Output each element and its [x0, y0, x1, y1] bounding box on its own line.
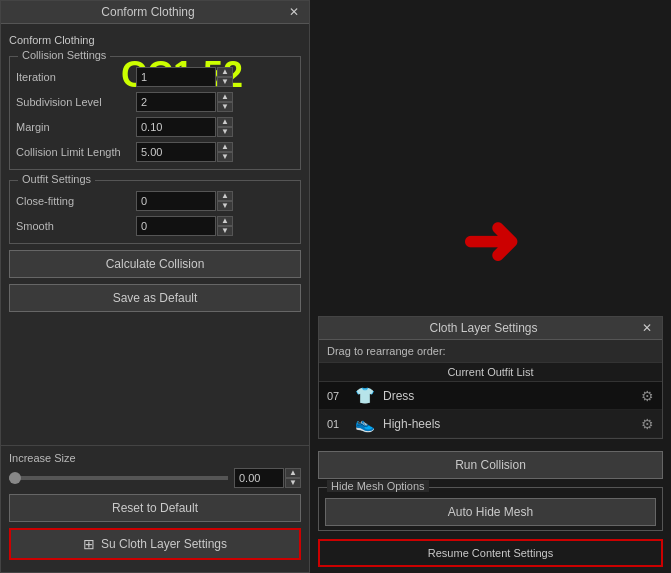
iteration-spinner: ▲ ▼ [217, 67, 233, 87]
close-fitting-label: Close-fitting [16, 195, 136, 207]
margin-row: Margin ▲ ▼ [16, 115, 294, 137]
close-fitting-down[interactable]: ▼ [217, 201, 233, 211]
margin-label: Margin [16, 121, 136, 133]
calculate-collision-button[interactable]: Calculate Collision [9, 250, 301, 278]
iteration-down[interactable]: ▼ [217, 77, 233, 87]
cloth-layer-panel-title: Cloth Layer Settings [327, 321, 640, 335]
subdivision-input-group: ▲ ▼ [136, 92, 294, 112]
outfit-name-dress: Dress [383, 389, 635, 403]
hide-mesh-section: Hide Mesh Options Auto Hide Mesh [318, 487, 663, 531]
big-arrow-icon: ➜ [461, 200, 520, 282]
iteration-input[interactable] [136, 67, 216, 87]
left-panel-title: Conform Clothing [9, 5, 287, 19]
run-collision-button[interactable]: Run Collision [318, 451, 663, 479]
outfit-settings-section: Outfit Settings Close-fitting ▲ ▼ Smooth… [9, 180, 301, 244]
cloth-layer-panel: Cloth Layer Settings ✕ Drag to rearrange… [318, 316, 663, 439]
collision-limit-input-group: ▲ ▼ [136, 142, 294, 162]
slider-spinner: ▲ ▼ [285, 468, 301, 488]
outfit-icon-dress: 👕 [353, 386, 377, 405]
collision-limit-spinner: ▲ ▼ [217, 142, 233, 162]
margin-input[interactable] [136, 117, 216, 137]
margin-down[interactable]: ▼ [217, 127, 233, 137]
outfit-row-heels[interactable]: 01 👟 High-heels ⚙ [319, 410, 662, 438]
iteration-label: Iteration [16, 71, 136, 83]
subdivision-row: Subdivision Level ▲ ▼ [16, 90, 294, 112]
save-as-default-button[interactable]: Save as Default [9, 284, 301, 312]
smooth-row: Smooth ▲ ▼ [16, 214, 294, 236]
slider-value-input[interactable] [234, 468, 284, 488]
iteration-input-group: ▲ ▼ [136, 67, 294, 87]
close-fitting-spinner: ▲ ▼ [217, 191, 233, 211]
subdivision-down[interactable]: ▼ [217, 102, 233, 112]
outfit-icon-heels: 👟 [353, 414, 377, 433]
outfit-num-heels: 01 [327, 418, 347, 430]
subdivision-up[interactable]: ▲ [217, 92, 233, 102]
smooth-input[interactable] [136, 216, 216, 236]
cloth-layer-settings-label: Su Cloth Layer Settings [101, 537, 227, 551]
reset-to-default-button[interactable]: Reset to Default [9, 494, 301, 522]
iteration-row: Iteration ▲ ▼ [16, 65, 294, 87]
cloth-layer-title-bar: Cloth Layer Settings ✕ [319, 317, 662, 340]
margin-input-group: ▲ ▼ [136, 117, 294, 137]
subdivision-spinner: ▲ ▼ [217, 92, 233, 112]
slider-up[interactable]: ▲ [285, 468, 301, 478]
right-bottom-btns: Resume Content Settings [310, 535, 671, 573]
margin-up[interactable]: ▲ [217, 117, 233, 127]
cloth-layer-settings-button[interactable]: ⊞ Su Cloth Layer Settings [9, 528, 301, 560]
collision-settings-section: Collision Settings Iteration ▲ ▼ Subdivi… [9, 56, 301, 170]
collision-limit-up[interactable]: ▲ [217, 142, 233, 152]
cloth-layer-icon: ⊞ [83, 536, 95, 552]
auto-hide-mesh-button[interactable]: Auto Hide Mesh [325, 498, 656, 526]
cloth-layer-close-button[interactable]: ✕ [640, 321, 654, 335]
collision-limit-row: Collision Limit Length ▲ ▼ [16, 140, 294, 162]
collision-limit-input[interactable] [136, 142, 216, 162]
hide-mesh-title: Hide Mesh Options [327, 480, 429, 492]
smooth-down[interactable]: ▼ [217, 226, 233, 236]
outfit-list-header: Current Outfit List [319, 363, 662, 382]
collision-settings-title: Collision Settings [18, 49, 110, 61]
close-fitting-input[interactable] [136, 191, 216, 211]
smooth-label: Smooth [16, 220, 136, 232]
size-slider[interactable] [9, 476, 228, 480]
outfit-settings-title: Outfit Settings [18, 173, 95, 185]
margin-spinner: ▲ ▼ [217, 117, 233, 137]
subdivision-input[interactable] [136, 92, 216, 112]
increase-size-label: Increase Size [9, 452, 301, 464]
smooth-spinner: ▲ ▼ [217, 216, 233, 236]
slider-down[interactable]: ▼ [285, 478, 301, 488]
iteration-up[interactable]: ▲ [217, 67, 233, 77]
smooth-up[interactable]: ▲ [217, 216, 233, 226]
left-panel-content: CC1.52 Conform Clothing Collision Settin… [1, 24, 309, 445]
left-panel-title-bar: Conform Clothing ✕ [1, 1, 309, 24]
subdivision-label: Subdivision Level [16, 96, 136, 108]
conform-clothing-label: Conform Clothing [9, 34, 301, 46]
collision-limit-down[interactable]: ▼ [217, 152, 233, 162]
right-panel: ➜ Cloth Layer Settings ✕ Drag to rearran… [310, 0, 671, 573]
bottom-section: Increase Size ▲ ▼ Reset to Default ⊞ Su … [1, 445, 309, 572]
close-fitting-input-group: ▲ ▼ [136, 191, 294, 211]
close-fitting-up[interactable]: ▲ [217, 191, 233, 201]
slider-row: ▲ ▼ [9, 468, 301, 488]
outfit-gear-heels[interactable]: ⚙ [641, 416, 654, 432]
outfit-num-dress: 07 [327, 390, 347, 402]
outfit-gear-dress[interactable]: ⚙ [641, 388, 654, 404]
outfit-name-heels: High-heels [383, 417, 635, 431]
close-fitting-row: Close-fitting ▲ ▼ [16, 189, 294, 211]
drag-hint: Drag to rearrange order: [319, 340, 662, 363]
smooth-input-group: ▲ ▼ [136, 216, 294, 236]
left-panel: Conform Clothing ✕ CC1.52 Conform Clothi… [0, 0, 310, 573]
collision-limit-label: Collision Limit Length [16, 146, 136, 158]
left-panel-close-button[interactable]: ✕ [287, 5, 301, 19]
slider-value-group: ▲ ▼ [234, 468, 301, 488]
arrow-annotation: ➜ [320, 200, 661, 282]
outfit-row-dress[interactable]: 07 👕 Dress ⚙ [319, 382, 662, 410]
resume-content-settings-button[interactable]: Resume Content Settings [318, 539, 663, 567]
